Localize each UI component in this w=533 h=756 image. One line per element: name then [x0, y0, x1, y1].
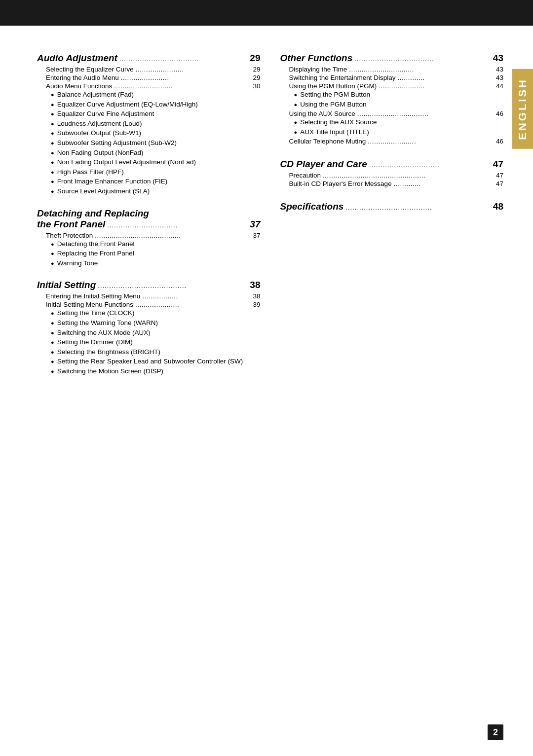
bullet-sw-text: Setting the Rear Speaker Lead and Subwoo…	[57, 358, 261, 365]
sub-cellular-dots: .......................	[368, 138, 494, 145]
bullet-icon: ●	[51, 168, 54, 177]
bullet-icon: ●	[51, 319, 54, 328]
sub-initial-functions: Initial Setting Menu Functions .........…	[46, 301, 261, 308]
bullet-dimmer: ● Setting the Dimmer (DIM)	[51, 338, 261, 347]
bullet-non-fading-level: ● Non Fading Output Level Adjustment (No…	[51, 158, 261, 167]
sub-theft-protection: Theft Protection .......................…	[46, 232, 261, 239]
sub-entering-initial-title: Entering the Initial Setting Menu	[46, 292, 140, 300]
detach-section-header: Detaching and Replacing the Front Panel …	[37, 208, 261, 230]
sub-selecting-eq: Selecting the Equalizer Curve ..........…	[46, 66, 261, 73]
bullet-fie-text: Front Image Enhancer Function (FIE)	[57, 178, 261, 185]
specifications-header: Specifications .........................…	[280, 201, 504, 212]
bullet-icon: ●	[51, 367, 54, 376]
sub-entering-audio-page: 29	[253, 74, 260, 81]
cd-player-header: CD Player and Care .....................…	[280, 159, 504, 170]
bullet-icon: ●	[51, 329, 54, 338]
bullet-bright-text: Selecting the Brightness (BRIGHT)	[57, 348, 261, 356]
sub-precaution-page: 47	[496, 172, 503, 179]
bullet-icon: ●	[51, 129, 54, 138]
bullet-icon: ●	[294, 101, 298, 109]
bullet-aux-mode: ● Switching the AUX Mode (AUX)	[51, 329, 261, 338]
bullet-clock-text: Setting the Time (CLOCK)	[57, 309, 261, 317]
initial-setting-page: 38	[250, 280, 260, 290]
sub-theft-dots: ........................................…	[95, 232, 251, 239]
bullet-icon: ●	[51, 358, 54, 366]
sub-entering-audio-title: Entering the Audio Menu	[46, 74, 119, 81]
sub-selecting-eq-dots: .......................	[136, 66, 251, 73]
bullet-disp-text: Switching the Motion Screen (DISP)	[57, 367, 261, 375]
sub-entering-initial-page: 38	[253, 292, 260, 300]
bullet-eq-curve-text: Equalizer Curve Adjustment (EQ-Low/Mid/H…	[57, 101, 261, 108]
sub-using-aux-page: 46	[496, 110, 503, 117]
specifications-page: 48	[493, 201, 503, 212]
bullet-icon: ●	[294, 118, 298, 127]
sub-cellular-page: 46	[496, 138, 503, 145]
audio-adjustment-title: Audio Adjustment	[37, 53, 117, 64]
main-content: Audio Adjustment .......................…	[0, 26, 533, 405]
bullet-balance: ● Balance Adjustment (Fad)	[51, 91, 261, 100]
bullet-eq-fine: ● Equalizer Curve Fine Adjustment	[51, 110, 261, 119]
detach-title-line2-wrapper: the Front Panel ........................…	[37, 219, 261, 230]
other-functions-page: 43	[493, 53, 503, 64]
bullet-subwoofer-setting: ● Subwoofer Setting Adjustment (Sub-W2)	[51, 139, 261, 148]
bullet-sla: ● Source Level Adjustment (SLA)	[51, 187, 261, 196]
initial-setting-title: Initial Setting	[37, 280, 96, 290]
bullet-icon: ●	[51, 348, 54, 357]
sub-theft-page: 37	[253, 232, 260, 239]
sub-cellular-title: Cellular Telephone Muting	[289, 138, 366, 145]
bullet-icon: ●	[51, 259, 54, 268]
audio-adjustment-page: 29	[250, 53, 260, 64]
sub-selecting-eq-page: 29	[253, 66, 260, 73]
bullet-icon: ●	[51, 338, 54, 347]
sub-cellular-muting: Cellular Telephone Muting ..............…	[289, 138, 504, 145]
bullet-icon: ●	[51, 139, 54, 148]
bullet-icon: ●	[51, 110, 54, 119]
bullet-icon: ●	[51, 178, 54, 186]
bullet-icon: ●	[51, 91, 54, 100]
specifications-dots: ......................................	[345, 204, 491, 211]
bullet-clock: ● Setting the Time (CLOCK)	[51, 309, 261, 318]
bullet-balance-text: Balance Adjustment (Fad)	[57, 91, 261, 98]
other-functions-header: Other Functions ........................…	[280, 53, 504, 64]
audio-adjustment-header: Audio Adjustment .......................…	[37, 53, 261, 64]
bullet-non-fading-text: Non Fading Output (NonFad)	[57, 149, 261, 156]
sub-precaution-title: Precaution	[289, 172, 321, 179]
other-functions-dots: ...................................	[354, 55, 491, 63]
sub-selecting-eq-title: Selecting the Equalizer Curve	[46, 66, 134, 73]
bullet-loudness-text: Loudness Adjustment (Loud)	[57, 120, 261, 127]
sub-pgm-button-dots: ......................	[379, 82, 494, 90]
bullet-detaching: ● Detaching the Front Panel	[51, 240, 261, 249]
bullet-hpf: ● High Pass Filter (HPF)	[51, 168, 261, 177]
bullet-detaching-text: Detaching the Front Panel	[57, 240, 261, 248]
english-side-tab: ENGLISH	[512, 69, 533, 149]
bullet-icon: ●	[51, 101, 54, 109]
sub-entering-audio: Entering the Audio Menu ................…	[46, 74, 261, 81]
right-column: Other Functions ........................…	[280, 53, 504, 376]
sub-precaution: Precaution .............................…	[289, 172, 504, 179]
bullet-icon: ●	[51, 240, 54, 249]
initial-setting-dots: .......................................	[98, 282, 248, 289]
sub-displaying-time-page: 43	[496, 66, 503, 73]
sub-initial-functions-dots: .....................	[135, 301, 251, 308]
sub-pgm-button-page: 44	[496, 82, 503, 90]
sub-audio-menu-page: 30	[253, 82, 260, 90]
sub-error-message-page: 47	[496, 180, 503, 187]
sub-error-message-dots: .............	[394, 180, 494, 187]
sub-theft-title: Theft Protection	[46, 232, 93, 239]
bullet-fie: ● Front Image Enhancer Function (FIE)	[51, 178, 261, 186]
bullet-aux-title-text: AUX Title Input (TITLE)	[300, 128, 503, 136]
page-number: 2	[488, 724, 503, 740]
bullet-warning-tone: ● Warning Tone	[51, 259, 261, 268]
bullet-bright: ● Selecting the Brightness (BRIGHT)	[51, 348, 261, 357]
bullet-icon: ●	[51, 120, 54, 129]
bullet-hpf-text: High Pass Filter (HPF)	[57, 168, 261, 176]
bullet-icon: ●	[51, 250, 54, 258]
bullet-using-pgm-text: Using the PGM Button	[300, 101, 503, 108]
bullet-disp: ● Switching the Motion Screen (DISP)	[51, 367, 261, 376]
bullet-setting-pgm: ● Setting the PGM Button	[294, 91, 504, 100]
sub-error-message-title: Built-in CD Player's Error Message	[289, 180, 392, 187]
specifications-title: Specifications	[280, 201, 344, 212]
page-container: ENGLISH Audio Adjustment ...............…	[0, 0, 533, 756]
bullet-warn: ● Setting the Warning Tone (WARN)	[51, 319, 261, 328]
sub-audio-menu-title: Audio Menu Functions	[46, 82, 112, 90]
